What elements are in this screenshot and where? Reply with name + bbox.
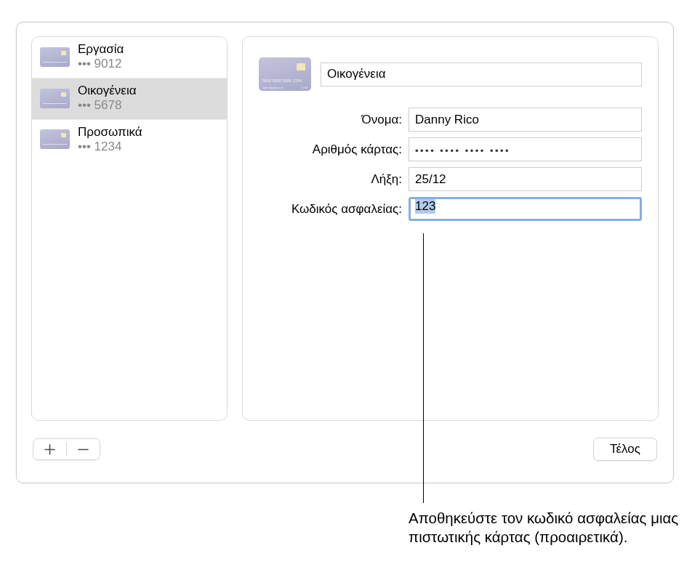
security-code-value: 123 xyxy=(415,199,435,214)
card-list-item-family[interactable]: Οικογένεια ••• 5678 xyxy=(32,78,227,120)
name-label: Όνομα: xyxy=(259,113,402,127)
credit-card-icon xyxy=(40,47,70,67)
card-detail-panel: John Appleseed 1234 Όνομα: Αριθμός κάρτα… xyxy=(242,36,659,421)
credit-card-icon xyxy=(40,129,70,149)
card-mask: ••• 9012 xyxy=(78,57,124,71)
card-mask: ••• 5678 xyxy=(78,98,137,113)
card-title: Οικογένεια xyxy=(78,84,137,98)
security-label: Κωδικός ασφαλείας: xyxy=(259,202,402,217)
form-row-expiry: Λήξη: xyxy=(259,167,642,191)
card-title: Εργασία xyxy=(78,42,124,57)
callout-leader-line xyxy=(423,233,424,503)
form-rows: Όνομα: Αριθμός κάρτας: Λήξη: Κωδικός ασφ… xyxy=(259,108,642,221)
callout-caption: Αποθηκεύστε τον κωδικό ασφαλείας μιας πι… xyxy=(409,509,685,547)
done-button[interactable]: Τέλος xyxy=(593,438,657,461)
card-text: Οικογένεια ••• 5678 xyxy=(78,84,137,113)
number-label: Αριθμός κάρτας: xyxy=(259,142,402,157)
security-code-input[interactable]: 123 xyxy=(409,197,642,221)
card-number-input[interactable] xyxy=(409,137,642,161)
card-list-item-personal[interactable]: Προσωπικά ••• 1234 xyxy=(32,120,227,161)
add-card-button[interactable] xyxy=(33,439,66,459)
credit-card-icon xyxy=(40,89,70,108)
expiry-label: Λήξη: xyxy=(259,172,402,187)
preferences-window: Εργασία ••• 9012 Οικογένεια ••• 5678 Προ… xyxy=(16,22,674,483)
form-row-name: Όνομα: xyxy=(259,108,642,132)
content-area: Εργασία ••• 9012 Οικογένεια ••• 5678 Προ… xyxy=(17,23,673,430)
card-name-input[interactable] xyxy=(321,63,642,86)
credit-card-icon-large: John Appleseed 1234 xyxy=(259,57,311,91)
minus-icon xyxy=(78,444,89,455)
card-mask: ••• 1234 xyxy=(78,140,142,154)
card-sidebar: Εργασία ••• 9012 Οικογένεια ••• 5678 Προ… xyxy=(31,36,228,421)
card-text: Εργασία ••• 9012 xyxy=(78,42,124,72)
cardholder-name-input[interactable] xyxy=(409,108,642,132)
window-footer: Τέλος xyxy=(17,430,673,469)
remove-card-button[interactable] xyxy=(67,439,100,459)
card-list-item-work[interactable]: Εργασία ••• 9012 xyxy=(32,37,227,78)
expiry-input[interactable] xyxy=(409,167,642,191)
form-row-security: Κωδικός ασφαλείας: 123 xyxy=(259,197,642,221)
card-title: Προσωπικά xyxy=(78,125,142,140)
plus-icon xyxy=(44,444,55,455)
form-row-number: Αριθμός κάρτας: xyxy=(259,137,642,161)
add-remove-group xyxy=(33,438,100,460)
detail-header: John Appleseed 1234 xyxy=(259,57,642,91)
card-text: Προσωπικά ••• 1234 xyxy=(78,125,142,155)
